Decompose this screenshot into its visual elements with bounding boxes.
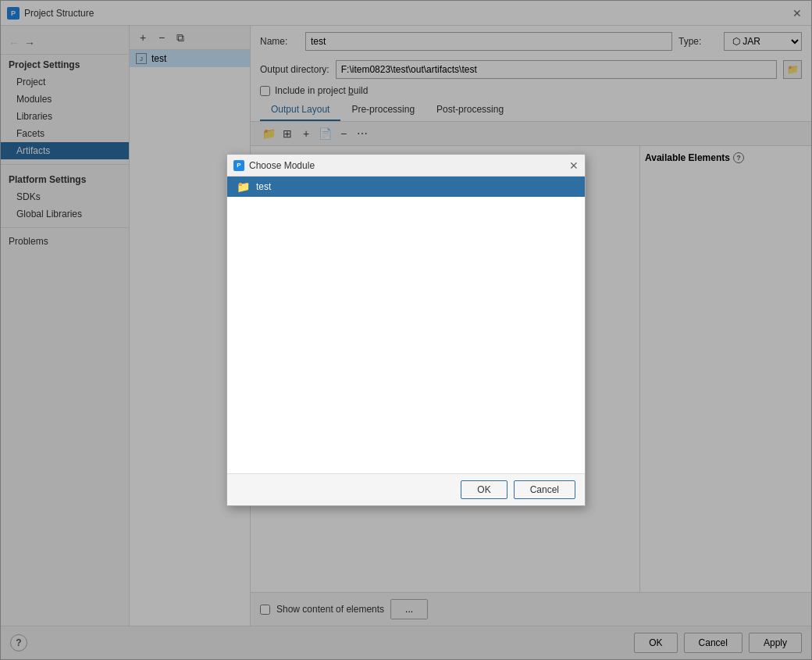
modal-buttons: OK Cancel (227, 473, 585, 505)
choose-module-dialog: P Choose Module ✕ 📁 test OK Cancel (226, 154, 586, 506)
modal-app-icon: P (233, 160, 244, 171)
module-folder-icon: 📁 (237, 180, 250, 193)
modal-overlay: P Choose Module ✕ 📁 test OK Cancel (0, 0, 812, 660)
modal-content: 📁 test (227, 177, 585, 473)
modal-title: Choose Module (249, 160, 315, 171)
modal-title-left: P Choose Module (233, 160, 315, 171)
module-item-label: test (256, 181, 271, 192)
modal-cancel-button[interactable]: Cancel (514, 480, 575, 499)
modal-ok-button[interactable]: OK (461, 480, 507, 499)
modal-title-bar: P Choose Module ✕ (227, 155, 585, 177)
module-item[interactable]: 📁 test (227, 177, 585, 197)
modal-close-button[interactable]: ✕ (569, 159, 579, 172)
